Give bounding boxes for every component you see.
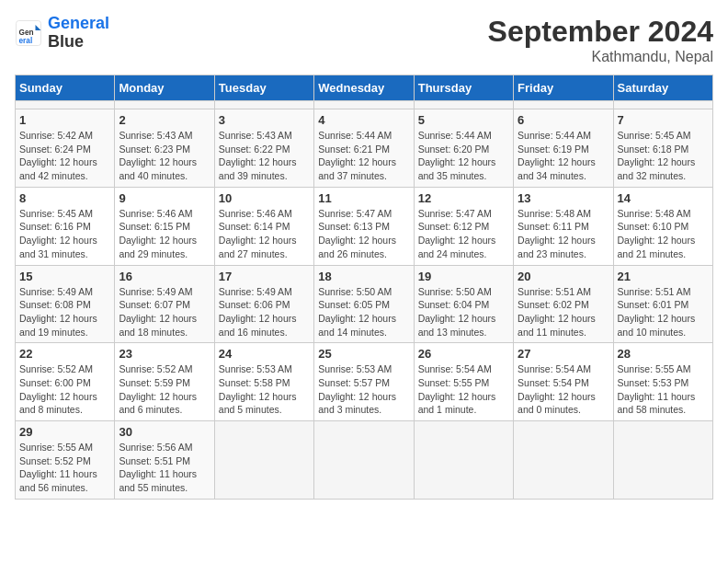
title-block: September 2024 Kathmandu, Nepal xyxy=(488,15,713,65)
calendar-cell: 7Sunrise: 5:45 AM Sunset: 6:18 PM Daylig… xyxy=(613,109,712,188)
calendar-cell: 21Sunrise: 5:51 AM Sunset: 6:01 PM Dayli… xyxy=(613,265,712,343)
day-number: 2 xyxy=(119,113,210,127)
calendar-cell: 25Sunrise: 5:53 AM Sunset: 5:57 PM Dayli… xyxy=(314,343,414,421)
calendar-cell: 8Sunrise: 5:45 AM Sunset: 6:16 PM Daylig… xyxy=(16,187,115,265)
day-info: Sunrise: 5:55 AM Sunset: 5:53 PM Dayligh… xyxy=(618,362,709,417)
day-number: 5 xyxy=(418,113,509,127)
calendar-week-row: 15Sunrise: 5:49 AM Sunset: 6:08 PM Dayli… xyxy=(16,265,713,343)
logo-text: GeneralBlue xyxy=(48,15,109,52)
day-info: Sunrise: 5:44 AM Sunset: 6:21 PM Dayligh… xyxy=(318,129,409,183)
day-number: 17 xyxy=(219,270,310,283)
calendar-cell: 29Sunrise: 5:55 AM Sunset: 5:52 PM Dayli… xyxy=(16,421,115,500)
calendar-cell xyxy=(214,421,313,500)
day-number: 1 xyxy=(19,113,110,127)
calendar-cell: 6Sunrise: 5:44 AM Sunset: 6:19 PM Daylig… xyxy=(514,109,613,188)
day-info: Sunrise: 5:52 AM Sunset: 6:00 PM Dayligh… xyxy=(19,362,110,417)
day-info: Sunrise: 5:45 AM Sunset: 6:18 PM Dayligh… xyxy=(618,129,709,183)
day-number: 10 xyxy=(219,191,310,205)
calendar-cell xyxy=(613,101,712,109)
calendar-cell: 2Sunrise: 5:43 AM Sunset: 6:23 PM Daylig… xyxy=(115,109,214,188)
weekday-header: Sunday xyxy=(16,75,115,101)
day-info: Sunrise: 5:43 AM Sunset: 6:23 PM Dayligh… xyxy=(119,129,210,183)
day-number: 19 xyxy=(418,270,509,283)
calendar-cell xyxy=(514,101,613,109)
calendar-cell: 4Sunrise: 5:44 AM Sunset: 6:21 PM Daylig… xyxy=(314,109,414,188)
calendar-cell: 30Sunrise: 5:56 AM Sunset: 5:51 PM Dayli… xyxy=(115,421,214,500)
day-info: Sunrise: 5:53 AM Sunset: 5:57 PM Dayligh… xyxy=(318,362,409,417)
calendar-week-row xyxy=(16,101,713,109)
month-title: September 2024 xyxy=(488,15,713,49)
calendar-cell: 10Sunrise: 5:46 AM Sunset: 6:14 PM Dayli… xyxy=(214,187,313,265)
day-number: 8 xyxy=(19,191,110,205)
day-number: 29 xyxy=(19,425,110,439)
weekday-header-row: SundayMondayTuesdayWednesdayThursdayFrid… xyxy=(16,75,713,101)
day-info: Sunrise: 5:51 AM Sunset: 6:01 PM Dayligh… xyxy=(618,285,709,339)
day-number: 4 xyxy=(318,113,409,127)
calendar-week-row: 1Sunrise: 5:42 AM Sunset: 6:24 PM Daylig… xyxy=(16,109,713,188)
calendar-cell: 1Sunrise: 5:42 AM Sunset: 6:24 PM Daylig… xyxy=(16,109,115,188)
calendar-cell: 17Sunrise: 5:49 AM Sunset: 6:06 PM Dayli… xyxy=(214,265,313,343)
calendar-cell: 28Sunrise: 5:55 AM Sunset: 5:53 PM Dayli… xyxy=(613,343,712,421)
calendar-cell xyxy=(314,421,414,500)
day-number: 24 xyxy=(219,347,310,361)
calendar-cell: 19Sunrise: 5:50 AM Sunset: 6:04 PM Dayli… xyxy=(414,265,513,343)
calendar-cell: 11Sunrise: 5:47 AM Sunset: 6:13 PM Dayli… xyxy=(314,187,414,265)
day-info: Sunrise: 5:46 AM Sunset: 6:15 PM Dayligh… xyxy=(119,207,210,261)
calendar-cell: 9Sunrise: 5:46 AM Sunset: 6:15 PM Daylig… xyxy=(115,187,214,265)
day-info: Sunrise: 5:43 AM Sunset: 6:22 PM Dayligh… xyxy=(219,129,310,183)
day-number: 25 xyxy=(318,347,409,361)
calendar-cell: 16Sunrise: 5:49 AM Sunset: 6:07 PM Dayli… xyxy=(115,265,214,343)
day-number: 6 xyxy=(518,113,609,127)
day-info: Sunrise: 5:45 AM Sunset: 6:16 PM Dayligh… xyxy=(19,207,110,261)
day-info: Sunrise: 5:49 AM Sunset: 6:06 PM Dayligh… xyxy=(219,285,310,339)
day-info: Sunrise: 5:44 AM Sunset: 6:19 PM Dayligh… xyxy=(518,129,609,183)
calendar-cell: 13Sunrise: 5:48 AM Sunset: 6:11 PM Dayli… xyxy=(514,187,613,265)
weekday-header: Friday xyxy=(514,75,613,101)
calendar-cell: 22Sunrise: 5:52 AM Sunset: 6:00 PM Dayli… xyxy=(16,343,115,421)
day-number: 21 xyxy=(618,270,709,283)
day-number: 28 xyxy=(618,347,709,361)
day-number: 14 xyxy=(618,191,709,205)
day-info: Sunrise: 5:53 AM Sunset: 5:58 PM Dayligh… xyxy=(219,362,310,417)
day-info: Sunrise: 5:50 AM Sunset: 6:04 PM Dayligh… xyxy=(418,285,509,339)
calendar-cell: 5Sunrise: 5:44 AM Sunset: 6:20 PM Daylig… xyxy=(414,109,513,188)
day-info: Sunrise: 5:50 AM Sunset: 6:05 PM Dayligh… xyxy=(318,285,409,339)
day-info: Sunrise: 5:47 AM Sunset: 6:13 PM Dayligh… xyxy=(318,207,409,261)
calendar-cell: 24Sunrise: 5:53 AM Sunset: 5:58 PM Dayli… xyxy=(214,343,313,421)
day-number: 7 xyxy=(618,113,709,127)
weekday-header: Monday xyxy=(115,75,214,101)
day-number: 20 xyxy=(518,270,609,283)
calendar-cell: 26Sunrise: 5:54 AM Sunset: 5:55 PM Dayli… xyxy=(414,343,513,421)
calendar-cell: 18Sunrise: 5:50 AM Sunset: 6:05 PM Dayli… xyxy=(314,265,414,343)
day-number: 16 xyxy=(119,270,210,283)
day-info: Sunrise: 5:54 AM Sunset: 5:55 PM Dayligh… xyxy=(418,362,509,417)
weekday-header: Thursday xyxy=(414,75,513,101)
day-info: Sunrise: 5:55 AM Sunset: 5:52 PM Dayligh… xyxy=(19,441,110,495)
day-info: Sunrise: 5:54 AM Sunset: 5:54 PM Dayligh… xyxy=(518,362,609,417)
calendar-cell: 23Sunrise: 5:52 AM Sunset: 5:59 PM Dayli… xyxy=(115,343,214,421)
day-info: Sunrise: 5:48 AM Sunset: 6:10 PM Dayligh… xyxy=(618,207,709,261)
day-number: 11 xyxy=(318,191,409,205)
calendar-cell: 12Sunrise: 5:47 AM Sunset: 6:12 PM Dayli… xyxy=(414,187,513,265)
calendar-cell: 15Sunrise: 5:49 AM Sunset: 6:08 PM Dayli… xyxy=(16,265,115,343)
day-number: 22 xyxy=(19,347,110,361)
day-number: 27 xyxy=(518,347,609,361)
day-number: 26 xyxy=(418,347,509,361)
calendar-cell xyxy=(613,421,712,500)
day-info: Sunrise: 5:56 AM Sunset: 5:51 PM Dayligh… xyxy=(119,441,210,495)
calendar-cell: 3Sunrise: 5:43 AM Sunset: 6:22 PM Daylig… xyxy=(214,109,313,188)
svg-text:eral: eral xyxy=(19,36,33,44)
calendar-cell xyxy=(414,421,513,500)
day-number: 18 xyxy=(318,270,409,283)
day-info: Sunrise: 5:52 AM Sunset: 5:59 PM Dayligh… xyxy=(119,362,210,417)
day-info: Sunrise: 5:48 AM Sunset: 6:11 PM Dayligh… xyxy=(518,207,609,261)
day-info: Sunrise: 5:47 AM Sunset: 6:12 PM Dayligh… xyxy=(418,207,509,261)
day-info: Sunrise: 5:51 AM Sunset: 6:02 PM Dayligh… xyxy=(518,285,609,339)
weekday-header: Tuesday xyxy=(214,75,313,101)
calendar-cell xyxy=(514,421,613,500)
calendar-cell xyxy=(16,101,115,109)
calendar-cell xyxy=(214,101,313,109)
day-info: Sunrise: 5:46 AM Sunset: 6:14 PM Dayligh… xyxy=(219,207,310,261)
day-number: 3 xyxy=(219,113,310,127)
page-header: Gen eral GeneralBlue September 2024 Kath… xyxy=(15,15,713,65)
